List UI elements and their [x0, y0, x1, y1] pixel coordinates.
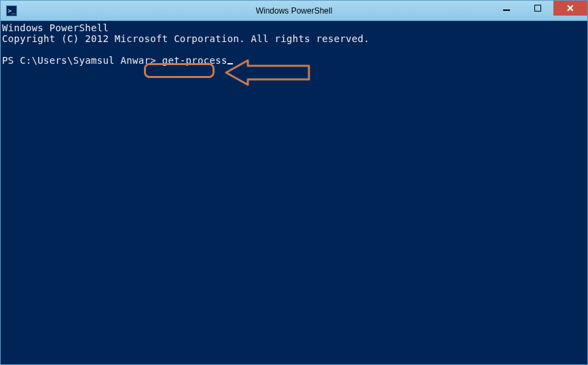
- header-text-1: Windows PowerShell: [2, 22, 586, 33]
- prompt-line: PS C:\Users\Syamsul Anwar> get-process: [2, 55, 586, 66]
- minimize-icon: [503, 9, 510, 11]
- terminal-area[interactable]: Windows PowerShell Copyright (C) 2012 Mi…: [1, 21, 587, 364]
- maximize-button[interactable]: [522, 1, 553, 16]
- blank-line: [2, 44, 586, 55]
- close-button[interactable]: ✕: [553, 1, 587, 16]
- window-controls: ✕: [491, 1, 587, 20]
- command-text: get-process: [162, 55, 227, 66]
- powershell-window: >_ Windows PowerShell ✕ Windows PowerShe…: [0, 0, 588, 365]
- app-icon-glyph: >_: [8, 7, 16, 14]
- window-title: Windows PowerShell: [256, 6, 333, 16]
- header-text-2: Copyright (C) 2012 Microsoft Corporation…: [2, 33, 586, 44]
- prompt-text: PS C:\Users\Syamsul Anwar>: [2, 55, 156, 66]
- app-icon: >_: [6, 5, 17, 16]
- maximize-icon: [534, 5, 541, 12]
- minimize-button[interactable]: [491, 1, 522, 16]
- cursor: [227, 63, 233, 64]
- titlebar[interactable]: >_ Windows PowerShell ✕: [1, 1, 587, 21]
- close-icon: ✕: [566, 3, 574, 13]
